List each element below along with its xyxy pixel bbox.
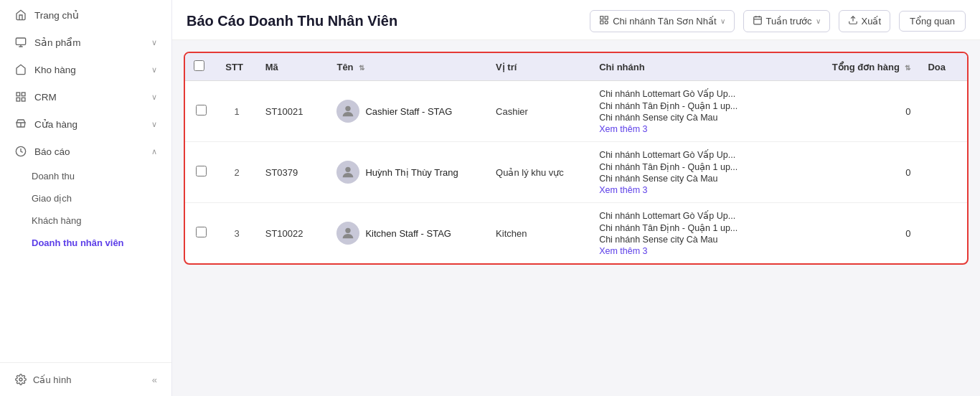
sort-icon-orders: ⇅ <box>905 64 910 72</box>
sort-icon: ⇅ <box>359 64 364 72</box>
cell-chi-nhanh: Chi nhánh Lottemart Gò Vấp Up...Chi nhán… <box>590 142 813 203</box>
cell-ten: Huỳnh Thị Thùy Trang <box>328 142 487 203</box>
branch-name: Chi nhánh Lottemart Gò Vấp Up... <box>599 149 804 160</box>
branch-chevron-icon: ∨ <box>720 17 725 25</box>
chevron-down-icon: ∨ <box>151 120 157 129</box>
chevron-up-icon: ∧ <box>151 147 157 156</box>
sidebar-item-label: Kho hàng <box>34 65 76 75</box>
sidebar-item-crm[interactable]: CRM ∨ <box>0 83 171 110</box>
sidebar-item-label: Cửa hàng <box>34 118 77 130</box>
staff-name: Cashier Staff - STAG <box>365 106 452 117</box>
branch-filter-label: Chi nhánh Tân Sơn Nhất <box>613 16 716 27</box>
tong-don-hang-header[interactable]: Tổng đơn hàng ⇅ <box>813 53 919 81</box>
cell-tong-don-hang: 0 <box>813 203 919 264</box>
avatar <box>336 161 359 184</box>
cell-stt: 3 <box>217 203 256 264</box>
cell-ma: ST0379 <box>257 142 329 203</box>
sidebar-sub-item-khach-hang[interactable]: Khách hàng <box>0 209 171 232</box>
svg-rect-3 <box>17 98 20 101</box>
content-area: STT Mã Tên ⇅ Vị trí Chi nh <box>172 40 980 396</box>
svg-rect-2 <box>22 93 25 96</box>
export-icon <box>848 15 858 27</box>
page-header: Báo Cáo Doanh Thu Nhân Viên Chi nhánh Tâ… <box>172 0 980 40</box>
svg-point-7 <box>19 378 22 381</box>
avatar <box>336 222 359 245</box>
table-header-row: STT Mã Tên ⇅ Vị trí Chi nh <box>185 53 967 81</box>
ten-header[interactable]: Tên ⇅ <box>328 53 487 81</box>
see-more-branches-link[interactable]: Xem thêm 3 <box>599 246 804 256</box>
chevron-down-icon: ∨ <box>151 38 157 47</box>
sidebar-sub-item-giao-dich[interactable]: Giao dịch <box>0 187 171 209</box>
cell-ten: Kitchen Staff - STAG <box>328 203 487 264</box>
sidebar: Trang chủ Sản phẩm ∨ Kho hàng ∨ CRM ∨ <box>0 0 172 396</box>
svg-rect-4 <box>22 98 25 101</box>
checkbox-header <box>185 53 217 81</box>
sidebar-item-label: Báo cáo <box>34 146 70 157</box>
staff-revenue-table: STT Mã Tên ⇅ Vị trí Chi nh <box>185 53 967 263</box>
sidebar-item-bao-cao[interactable]: Báo cáo ∧ <box>0 138 171 165</box>
cell-doa <box>919 203 967 264</box>
sidebar-item-label: Trang chủ <box>34 9 79 21</box>
cell-vi-tri: Cashier <box>487 81 590 142</box>
store-icon <box>14 118 27 131</box>
see-more-branches-link[interactable]: Xem thêm 3 <box>599 124 804 134</box>
period-filter-label: Tuần trước <box>766 16 812 27</box>
cell-vi-tri: Kitchen <box>487 203 590 264</box>
row-checkbox-1[interactable] <box>196 105 207 116</box>
export-button[interactable]: Xuất <box>839 10 891 32</box>
report-icon <box>14 145 27 158</box>
branch-filter-button[interactable]: Chi nhánh Tân Sơn Nhất ∨ <box>590 10 734 32</box>
sidebar-sub-item-doanh-thu-nhan-vien[interactable]: Doanh thu nhân viên <box>0 232 171 254</box>
sidebar-item-cua-hang[interactable]: Cửa hàng ∨ <box>0 110 171 138</box>
sidebar-item-kho-hang[interactable]: Kho hàng ∨ <box>0 56 171 83</box>
sidebar-sub-item-doanh-thu[interactable]: Doanh thu <box>0 165 171 187</box>
overview-button[interactable]: Tổng quan <box>899 11 966 32</box>
branch-name: Chi nhánh Tân Định - Quận 1 up... <box>599 161 804 172</box>
sidebar-item-san-pham[interactable]: Sản phẩm ∨ <box>0 29 171 56</box>
main-content: Báo Cáo Doanh Thu Nhân Viên Chi nhánh Tâ… <box>172 0 980 396</box>
branch-name: Chi nhánh Tân Định - Quận 1 up... <box>599 100 804 111</box>
svg-rect-1 <box>17 93 20 96</box>
chevron-down-icon: ∨ <box>151 65 157 75</box>
period-chevron-icon: ∨ <box>816 17 821 25</box>
vi-tri-header: Vị trí <box>487 53 590 81</box>
page-title: Báo Cáo Doanh Thu Nhân Viên <box>187 13 397 29</box>
see-more-branches-link[interactable]: Xem thêm 3 <box>599 185 804 195</box>
branch-name: Chi nhánh Tân Định - Quận 1 up... <box>599 222 804 233</box>
row-checkbox-2[interactable] <box>196 166 207 176</box>
sidebar-item-label: Sản phẩm <box>34 37 81 48</box>
svg-point-16 <box>346 228 351 233</box>
period-filter-button[interactable]: Tuần trước ∨ <box>743 10 830 32</box>
svg-point-14 <box>346 106 351 111</box>
cell-ma: ST10022 <box>257 203 329 264</box>
cell-chi-nhanh: Chi nhánh Lottemart Gò Vấp Up...Chi nhán… <box>590 81 813 142</box>
config-icon <box>14 373 27 386</box>
cell-tong-don-hang: 0 <box>813 142 919 203</box>
ma-header: Mã <box>257 53 329 81</box>
crm-icon <box>14 90 27 103</box>
svg-rect-8 <box>600 16 603 19</box>
row-checkbox-3[interactable] <box>196 227 207 237</box>
collapse-icon[interactable]: « <box>152 374 157 385</box>
cell-ma: ST10021 <box>257 81 329 142</box>
sidebar-item-trang-chu[interactable]: Trang chủ <box>0 1 171 29</box>
branch-name: Chi nhánh Sense city Cà Mau <box>599 235 804 245</box>
cell-ten: Cashier Staff - STAG <box>328 81 487 142</box>
select-all-checkbox[interactable] <box>194 60 204 71</box>
data-table-container: STT Mã Tên ⇅ Vị trí Chi nh <box>184 52 969 265</box>
calendar-icon <box>753 15 763 27</box>
sidebar-footer-config[interactable]: Cấu hình « <box>0 362 171 396</box>
stt-header: STT <box>217 53 256 81</box>
warehouse-icon <box>14 63 27 76</box>
table-row: 3ST10022Kitchen Staff - STAGKitchenChi n… <box>185 203 967 264</box>
branch-name: Chi nhánh Sense city Cà Mau <box>599 174 804 184</box>
cell-doa <box>919 142 967 203</box>
overview-label: Tổng quan <box>910 16 955 27</box>
cell-stt: 1 <box>217 81 256 142</box>
home-icon <box>14 9 27 22</box>
cell-doa <box>919 81 967 142</box>
doa-header: Doa <box>919 53 967 81</box>
cell-stt: 2 <box>217 142 256 203</box>
sidebar-item-label: CRM <box>34 92 57 103</box>
product-icon <box>14 36 27 49</box>
